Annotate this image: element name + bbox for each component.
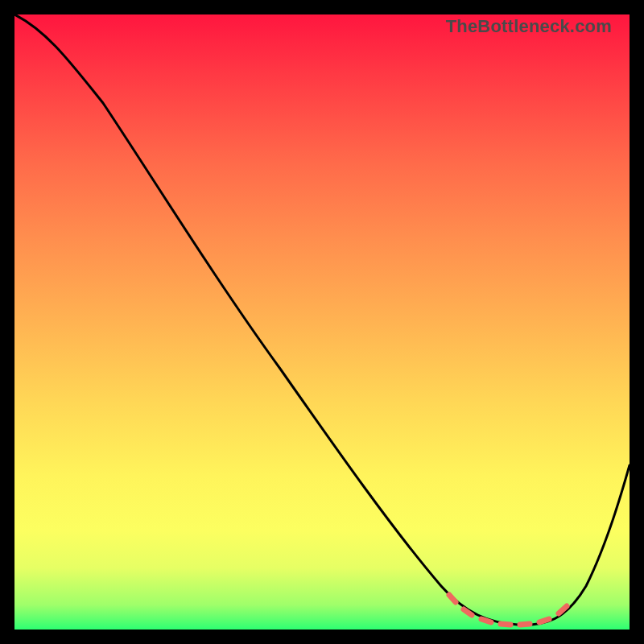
svg-line-0 [449, 595, 456, 602]
brand-watermark: TheBottleneck.com [446, 16, 612, 37]
svg-line-3 [501, 624, 510, 625]
chart-svg [14, 14, 630, 630]
bottleneck-curve [14, 14, 630, 625]
svg-line-5 [539, 619, 549, 622]
chart-frame: TheBottleneck.com [14, 14, 630, 630]
svg-line-2 [481, 619, 491, 622]
optimal-band [449, 595, 567, 625]
svg-line-4 [520, 624, 530, 625]
